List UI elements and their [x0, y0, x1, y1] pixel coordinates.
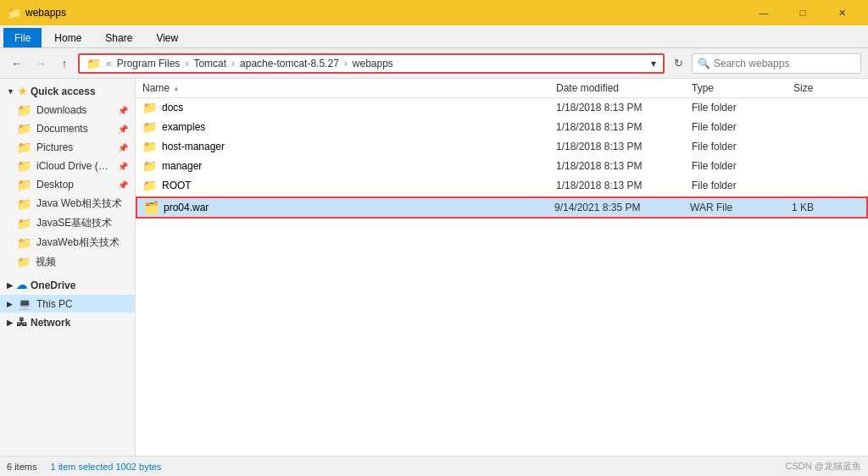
table-row[interactable]: 📁 examples 1/18/2018 8:13 PM File folder [136, 118, 868, 137]
sidebar-item-javaweb1[interactable]: 📁 Java Web相关技术 [0, 194, 135, 213]
maximize-button[interactable]: □ [783, 0, 822, 25]
folder-icon: 📁 [17, 141, 31, 154]
forward-button[interactable]: → [31, 53, 51, 74]
address-path[interactable]: 📁 « Program Files › Tomcat › apache-tomc… [78, 53, 665, 74]
path-part-4: webapps [353, 58, 393, 69]
tab-home[interactable]: Home [43, 28, 92, 47]
table-row-war[interactable]: 🗂️ pro04.war 9/14/2021 8:35 PM WAR File … [136, 196, 868, 219]
sidebar-item-video[interactable]: 📁 视频 [0, 252, 135, 272]
table-row[interactable]: 📁 ROOT 1/18/2018 8:13 PM File folder [136, 176, 868, 196]
sidebar-item-label: Documents [36, 123, 88, 135]
pin-icon: 📌 [118, 106, 128, 115]
file-type: File folder [692, 160, 793, 172]
search-input[interactable] [714, 58, 855, 69]
onedrive-icon: ☁ [16, 279, 27, 291]
file-type: File folder [692, 121, 793, 133]
sidebar-item-label: JavaWeb相关技术 [36, 235, 120, 250]
file-name: pro04.war [164, 202, 209, 213]
chevron-down-icon: ▼ [7, 87, 14, 96]
col-header-date[interactable]: Date modified [556, 82, 692, 94]
chevron-right-icon: ▶ [7, 318, 13, 327]
quick-access-star-icon: ★ [18, 86, 27, 97]
sidebar-item-label: JavaSE基础技术 [36, 216, 112, 230]
refresh-button[interactable]: ↻ [668, 53, 688, 74]
sidebar-item-label: Pictures [36, 141, 73, 153]
file-type: File folder [692, 180, 793, 191]
this-pc-label: This PC [36, 298, 73, 310]
title-bar-title: webapps [25, 7, 66, 19]
status-bar: 6 items 1 item selected 1002 bytes CSDN … [0, 456, 868, 476]
sidebar-item-label: Downloads [36, 104, 86, 116]
ribbon-tabs: File Home Share View [0, 25, 868, 47]
tab-share[interactable]: Share [94, 28, 143, 47]
file-name: docs [162, 102, 183, 113]
file-date: 1/18/2018 8:13 PM [556, 141, 692, 152]
file-type: File folder [692, 141, 793, 152]
chevron-right-icon: ▶ [7, 281, 13, 290]
pin-icon: 📌 [118, 162, 128, 171]
table-row[interactable]: 📁 host-manager 1/18/2018 8:13 PM File fo… [136, 137, 868, 157]
sidebar-item-icloud[interactable]: 📁 iCloud Drive (Ma… 📌 [0, 157, 135, 175]
col-header-size[interactable]: Size [793, 82, 861, 94]
table-row[interactable]: 📁 docs 1/18/2018 8:13 PM File folder [136, 98, 868, 118]
folder-icon: 📁 [17, 122, 31, 136]
onedrive-label: OneDrive [31, 280, 75, 291]
watermark: CSDN @龙猫蓝鱼 [786, 460, 861, 473]
pc-icon: 💻 [18, 297, 31, 310]
sidebar-item-documents[interactable]: 📁 Documents 📌 [0, 119, 135, 138]
address-bar: ← → ↑ 📁 « Program Files › Tomcat › apach… [0, 48, 868, 79]
up-button[interactable]: ↑ [54, 53, 75, 74]
path-part-1: Program Files [117, 58, 181, 69]
search-icon: 🔍 [698, 58, 710, 69]
file-date: 1/18/2018 8:13 PM [556, 102, 692, 113]
title-bar-controls: — □ ✕ [744, 0, 861, 25]
path-folder-icon: 📁 [86, 57, 101, 70]
sidebar-section-network[interactable]: ▶ 🖧 Network [0, 313, 135, 332]
sidebar-item-label: Java Web相关技术 [36, 196, 122, 211]
sidebar-item-javaweb2[interactable]: 📁 JavaWeb相关技术 [0, 233, 135, 252]
title-bar-left: 📁 webapps [7, 6, 66, 19]
sidebar-item-pictures[interactable]: 📁 Pictures 📌 [0, 138, 135, 157]
col-header-name[interactable]: Name ▲ [142, 82, 556, 94]
sidebar-item-javase[interactable]: 📁 JavaSE基础技术 [0, 213, 135, 233]
content-area: Name ▲ Date modified Type Size 📁 docs 1/… [136, 79, 868, 456]
table-row[interactable]: 📁 manager 1/18/2018 8:13 PM File folder [136, 157, 868, 176]
folder-icon: 📁 [17, 197, 31, 211]
file-list: 📁 docs 1/18/2018 8:13 PM File folder 📁 e… [136, 98, 868, 456]
column-headers: Name ▲ Date modified Type Size [136, 79, 868, 98]
file-name-cell: 📁 host-manager [142, 140, 556, 153]
selected-info: 1 item selected 1002 bytes [50, 462, 161, 472]
sidebar-item-downloads[interactable]: 📁 Downloads 📌 [0, 101, 135, 119]
tab-file[interactable]: File [3, 28, 42, 47]
sidebar-section-quick-access[interactable]: ▼ ★ Quick access [0, 82, 135, 101]
pin-icon: 📌 [118, 143, 128, 152]
search-box[interactable]: 🔍 [692, 53, 861, 74]
file-type: File folder [692, 102, 793, 113]
pin-icon: 📌 [118, 180, 128, 190]
video-folder-icon: 📁 [17, 256, 31, 268]
col-header-type[interactable]: Type [692, 82, 793, 94]
tab-view[interactable]: View [145, 28, 189, 47]
sidebar-item-desktop[interactable]: 📁 Desktop 📌 [0, 175, 135, 194]
sidebar-item-this-pc[interactable]: ▶ 💻 This PC [0, 295, 135, 313]
dropdown-arrow[interactable]: ▾ [651, 58, 656, 69]
folder-icon: 📁 [17, 103, 31, 117]
quick-access-label: Quick access [31, 86, 96, 97]
back-button[interactable]: ← [7, 53, 27, 74]
file-date: 9/14/2021 8:35 PM [554, 202, 690, 213]
sidebar-item-label: Desktop [36, 179, 74, 191]
sidebar-section-onedrive[interactable]: ▶ ☁ OneDrive [0, 275, 135, 295]
folder-icon: 📁 [17, 178, 31, 191]
file-name-cell: 📁 manager [142, 159, 556, 173]
path-part-2: Tomcat [193, 58, 226, 69]
sort-arrow-icon: ▲ [173, 85, 180, 92]
folder-icon: 📁 [142, 101, 157, 114]
path-part-3: apache-tomcat-8.5.27 [240, 58, 339, 69]
sidebar-item-label: 视频 [36, 255, 56, 269]
file-name-cell: 📁 examples [142, 120, 556, 134]
ribbon: File Home Share View [0, 25, 868, 48]
file-date: 1/18/2018 8:13 PM [556, 121, 692, 133]
close-button[interactable]: ✕ [822, 0, 861, 25]
minimize-button[interactable]: — [744, 0, 783, 25]
file-date: 1/18/2018 8:13 PM [556, 180, 692, 191]
